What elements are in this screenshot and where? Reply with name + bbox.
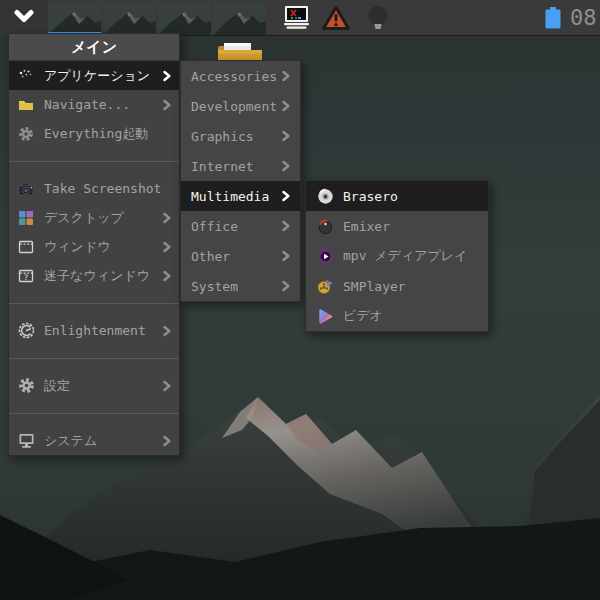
start-menu-button[interactable] [0,0,48,36]
menu-item-label: 設定 [44,377,161,395]
menu-item-label: SMPlayer [343,279,468,294]
lightbulb-icon[interactable] [364,0,392,36]
menu-item-label: Development [191,99,280,114]
menu-item[interactable]: ビデオ [306,301,488,331]
desktop: 08 メイン アプリケーションNavigate...Everything起動Ta… [0,0,600,600]
shelf: 08 [0,0,600,36]
submenu-arrow-icon [280,70,290,82]
menu-item-label: Office [191,219,280,234]
menu-item[interactable]: システム [9,426,179,455]
submenu-arrow-icon [161,99,171,111]
clock[interactable]: 08 [570,0,600,36]
menu-item[interactable]: Take Screenshot [9,174,179,203]
folder-icon [17,96,35,114]
submenu-arrow-icon [161,70,171,82]
submenu-arrow-icon [280,160,290,172]
menu-item[interactable]: Office [181,211,300,241]
menu-item-label: System [191,279,280,294]
menu-item-label: Multimedia [191,189,280,204]
warning-icon[interactable] [320,0,352,36]
svg-text:?: ? [24,273,29,282]
camera-icon [17,180,35,198]
menu-item-label: 迷子なウィンドウ [44,267,161,285]
menu-item[interactable]: Everything起動 [9,119,179,148]
mixer-knob-icon [316,217,334,235]
pager-desktop-thumbnail[interactable] [103,2,156,35]
menu-separator [9,148,179,174]
menu-item[interactable]: デスクトップ [9,203,179,232]
menu-separator [9,400,179,426]
menu-item[interactable]: Accessories [181,61,300,91]
multimedia-menu-items: BraseroEmixermpv メディアプレイヤーSMPlayerビデオ [306,181,488,331]
xkill-icon[interactable] [281,0,311,36]
menu-title: メイン [9,34,179,61]
submenu-arrow-icon [161,435,171,447]
menu-item[interactable]: Multimedia [181,181,300,211]
applications-submenu: AccessoriesDevelopmentGraphicsInternetMu… [180,60,301,302]
menu-separator [9,290,179,316]
mpv-icon [316,247,334,265]
submenu-arrow-icon [161,241,171,253]
chevron-down-icon [13,9,35,28]
menu-item-label: ビデオ [343,307,468,325]
submenu-arrow-icon [280,250,290,262]
gear-icon [17,125,35,143]
applications-menu-items: AccessoriesDevelopmentGraphicsInternetMu… [181,61,300,301]
menu-item[interactable]: 設定 [9,371,179,400]
menu-item[interactable]: Development [181,91,300,121]
menu-item-label: Everything起動 [44,125,161,143]
menu-item-label: Enlightenment [44,323,161,338]
menu-item[interactable]: ?迷子なウィンドウ [9,261,179,290]
menu-item-label: Brasero [343,189,468,204]
main-menu: メイン アプリケーションNavigate...Everything起動Take … [8,33,180,456]
pager-desktop-thumbnail[interactable] [48,2,101,35]
pager [48,2,268,35]
menu-item-label: Other [191,249,280,264]
submenu-arrow-icon [161,380,171,392]
disc-icon [316,187,334,205]
computer-icon [17,432,35,450]
menu-item-label: Emixer [343,219,468,234]
submenu-arrow-icon [280,220,290,232]
submenu-arrow-icon [280,100,290,112]
menu-item[interactable]: SMPlayer [306,271,488,301]
submenu-arrow-icon [161,325,171,337]
menu-item-label: Navigate... [44,97,161,112]
main-menu-items: アプリケーションNavigate...Everything起動Take Scre… [9,61,179,455]
smplayer-icon [316,277,334,295]
menu-item[interactable]: Internet [181,151,300,181]
menu-item[interactable]: Brasero [306,181,488,211]
menu-item-label: mpv メディアプレイヤー [343,247,468,265]
submenu-arrow-icon [161,270,171,282]
submenu-arrow-icon [280,280,290,292]
submenu-arrow-icon [280,190,290,202]
enlightenment-icon [17,322,35,340]
menu-item-label: Accessories [191,69,280,84]
menu-item[interactable]: Enlightenment [9,316,179,345]
menu-item[interactable]: Emixer [306,211,488,241]
menu-separator [9,345,179,371]
desktops-icon [17,209,35,227]
menu-item-label: アプリケーション [44,67,161,85]
menu-item[interactable]: Other [181,241,300,271]
settings-gear-icon [17,377,35,395]
menu-item-label: システム [44,432,161,450]
battery-icon[interactable] [542,0,564,36]
menu-item-label: Internet [191,159,280,174]
menu-item[interactable]: ウィンドウ [9,232,179,261]
submenu-arrow-icon [161,212,171,224]
applications-icon [17,67,35,85]
menu-item-label: Graphics [191,129,280,144]
menu-item[interactable]: アプリケーション [9,61,179,90]
menu-item-label: ウィンドウ [44,238,161,256]
menu-item[interactable]: Graphics [181,121,300,151]
menu-item[interactable]: mpv メディアプレイヤー [306,241,488,271]
pager-desktop-thumbnail[interactable] [213,2,266,35]
multimedia-submenu: BraseroEmixermpv メディアプレイヤーSMPlayerビデオ [305,180,489,332]
pager-desktop-thumbnail[interactable] [158,2,211,35]
menu-item[interactable]: System [181,271,300,301]
menu-item[interactable]: Navigate... [9,90,179,119]
menu-item-label: Take Screenshot [44,181,161,196]
menu-item-label: デスクトップ [44,209,161,227]
videos-icon [316,307,334,325]
